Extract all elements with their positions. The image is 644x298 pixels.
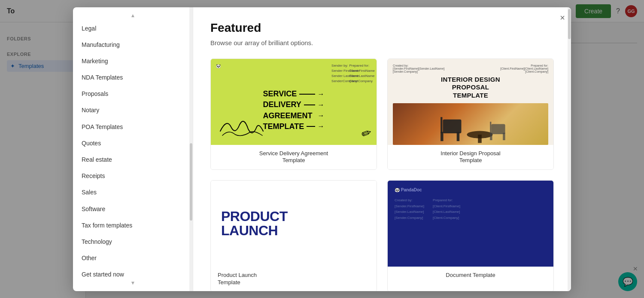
svg-rect-8 xyxy=(503,133,505,140)
svg-rect-7 xyxy=(490,133,492,140)
fourth-col-2: Prepared for:[Client.FirstName][Client.L… xyxy=(433,197,460,221)
svg-rect-5 xyxy=(440,117,442,133)
nav-item-receipts[interactable]: Receipts xyxy=(73,168,193,184)
nav-item-sales[interactable]: Sales xyxy=(73,184,193,200)
nav-item-marketing[interactable]: Marketing xyxy=(73,53,193,69)
modal-close-button[interactable]: × xyxy=(560,13,565,22)
scroll-up-arrow: ▲ xyxy=(73,11,193,20)
content-scrollbar-track[interactable] xyxy=(568,7,571,291)
nav-item-quotes[interactable]: Quotes xyxy=(73,135,193,151)
interior-title-text: INTERIOR DESIGNPROPOSALTEMPLATE xyxy=(393,76,548,100)
prepared-info: Prepared for:Client FirstNameClient Last… xyxy=(349,63,375,84)
fourth-content-cols: Created by:[Sender.FirstName][Sender.Las… xyxy=(395,197,460,221)
nav-item-real-estate[interactable]: Real estate xyxy=(73,151,193,168)
nav-item-tax[interactable]: Tax form templates xyxy=(73,217,193,233)
sidebar-scrollbar-track[interactable] xyxy=(189,7,193,291)
svg-rect-6 xyxy=(491,124,505,134)
modal-content: Featured Browse our array of brilliant o… xyxy=(193,7,571,291)
content-scrollbar-thumb[interactable] xyxy=(568,9,571,39)
modal-sidebar[interactable]: ▲ Legal Manufacturing Marketing NDA Temp… xyxy=(73,7,193,291)
nav-item-proposals[interactable]: Proposals xyxy=(73,86,193,102)
svg-rect-4 xyxy=(457,132,459,141)
nav-item-software[interactable]: Software xyxy=(73,201,193,217)
template-label-fourth: Document Template xyxy=(388,267,553,284)
fourth-logo-area: 🐼 PandaDoc xyxy=(395,187,422,192)
sidebar-scrollbar-thumb[interactable] xyxy=(190,143,192,221)
nav-item-poa[interactable]: POA Templates xyxy=(73,119,193,135)
template-card-service-delivery[interactable]: 🐼 Sender by:Sender FirstNameSender LastN… xyxy=(210,58,377,170)
modal-title: Featured xyxy=(210,21,554,35)
nav-item-manufacturing[interactable]: Manufacturing xyxy=(73,37,193,53)
nav-item-nda[interactable]: NDA Templates xyxy=(73,69,193,86)
nav-item-technology[interactable]: Technology xyxy=(73,233,193,250)
template-grid: 🐼 Sender by:Sender FirstNameSender LastN… xyxy=(210,58,554,291)
product-launch-text: ProductLaunch xyxy=(221,209,288,238)
template-thumbnail-service: 🐼 Sender by:Sender FirstNameSender LastN… xyxy=(211,59,377,145)
svg-rect-2 xyxy=(443,119,462,133)
svg-rect-1 xyxy=(478,135,482,143)
svg-rect-9 xyxy=(490,122,491,134)
interior-photo xyxy=(393,103,548,145)
template-card-product-launch[interactable]: ProductLaunch Product LaunchTemplate xyxy=(210,180,377,291)
modal-subtitle: Browse our array of brilliant options. xyxy=(210,39,554,46)
modal-overlay: × ▲ Legal Manufacturing Marketing NDA Te… xyxy=(0,0,644,298)
signature-area xyxy=(216,114,351,141)
modal-dialog: × ▲ Legal Manufacturing Marketing NDA Te… xyxy=(73,7,571,291)
template-label-interior: Interior Design ProposalTemplate xyxy=(388,145,553,170)
pen-icon: ✏ xyxy=(359,125,374,142)
template-card-fourth[interactable]: 🐼 PandaDoc Created by:[Sender.FirstName]… xyxy=(387,180,554,291)
scroll-down-arrow: ▼ xyxy=(73,278,193,288)
fourth-col-1: Created by:[Sender.FirstName][Sender.Las… xyxy=(395,197,424,221)
template-thumbnail-fourth: 🐼 PandaDoc Created by:[Sender.FirstName]… xyxy=(388,181,553,267)
template-card-interior-design[interactable]: Created by:[Sender.FirstName][Sender.Las… xyxy=(387,58,554,170)
nav-item-other[interactable]: Other xyxy=(73,250,193,266)
template-thumbnail-interior: Created by:[Sender.FirstName][Sender.Las… xyxy=(388,59,553,145)
template-thumbnail-product: ProductLaunch xyxy=(211,181,377,267)
nav-item-legal[interactable]: Legal xyxy=(73,20,193,37)
pandadoc-logo-small: 🐼 xyxy=(216,64,221,68)
template-label-product: Product LaunchTemplate xyxy=(211,267,377,291)
nav-item-notary[interactable]: Notary xyxy=(73,102,193,118)
template-label-service: Service Delivery AgreementTemplate xyxy=(211,145,377,170)
interior-header-meta: Created by:[Sender.FirstName][Sender.Las… xyxy=(393,64,548,73)
